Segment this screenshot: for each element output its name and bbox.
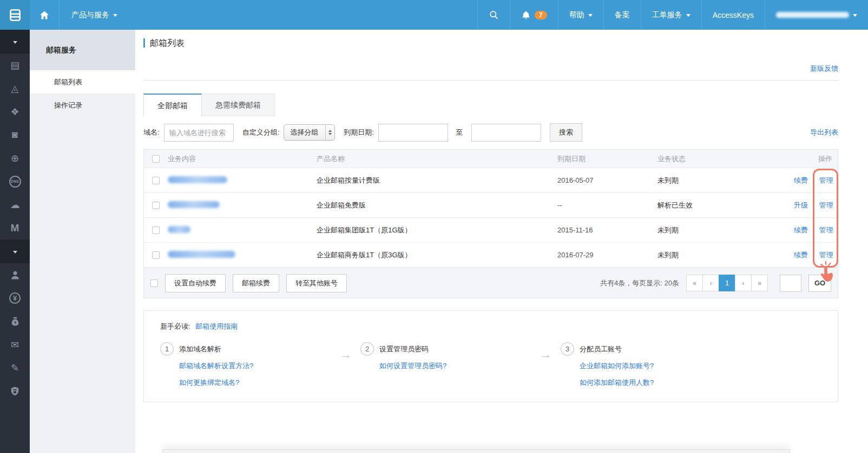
manage-link[interactable]: 管理 [819, 176, 833, 185]
renew-link[interactable]: 续费 [794, 225, 814, 235]
select-all-checkbox[interactable] [152, 155, 160, 163]
status-text: 未到期 [657, 225, 785, 235]
home-icon [39, 10, 50, 21]
share-nodes-icon[interactable]: ❖ [0, 100, 30, 123]
beian-link[interactable]: 备案 [603, 0, 641, 30]
col-business-status: 业务状态 [657, 154, 785, 164]
pager-next-button[interactable]: › [735, 275, 752, 291]
help-label: 帮助 [569, 10, 584, 20]
manage-link[interactable]: 管理 [819, 250, 833, 260]
media-disk-icon[interactable]: ◙ [0, 123, 30, 146]
domain-redacted[interactable] [168, 251, 235, 258]
export-list-link[interactable]: 导出列表 [810, 128, 838, 137]
search-submit-button[interactable]: 搜索 [550, 123, 582, 142]
dns-setup-help-link[interactable]: 邮箱域名解析设置方法? [179, 361, 253, 371]
upgrade-link[interactable]: 升级 [794, 201, 814, 210]
go-button[interactable]: GO [808, 275, 831, 292]
to-label: 至 [456, 128, 463, 137]
home-button[interactable] [30, 0, 60, 30]
pager-prev-button[interactable]: ‹ [702, 275, 719, 291]
expire-end-input[interactable] [471, 124, 541, 142]
table-row: 企业邮箱免费版 -- 解析已生效 升级 管理 [144, 193, 838, 218]
product-name: 企业邮箱免费版 [317, 201, 557, 210]
notifications-button[interactable]: 7 [510, 0, 558, 30]
balance-nodes-icon[interactable]: ◬ [0, 77, 30, 100]
row-checkbox[interactable] [152, 177, 160, 184]
domain-search-input[interactable] [164, 124, 234, 142]
main-area: 邮箱列表 新版反馈 全部邮箱 急需续费邮箱 域名: 自定义分组: 选择分组 到期… [135, 30, 868, 453]
add-users-help-link[interactable]: 如何添加邮箱使用人数? [580, 378, 654, 388]
collapse-account-button[interactable] [0, 239, 30, 263]
row-checkbox[interactable] [152, 251, 160, 259]
search-button[interactable] [477, 0, 510, 30]
guide-step-1: 1 添加域名解析 邮箱域名解析设置方法? 如何更换绑定域名? [160, 342, 331, 388]
renew-link[interactable]: 续费 [794, 250, 814, 260]
pager-last-button[interactable]: » [751, 275, 768, 291]
change-domain-help-link[interactable]: 如何更换绑定域名? [179, 378, 253, 388]
col-product-name: 产品名称 [317, 154, 557, 164]
page-jump-input[interactable] [780, 275, 801, 292]
server-icon[interactable]: ▤ [0, 54, 30, 77]
col-expire-date: 到期日期 [557, 154, 657, 164]
account-menu[interactable] [765, 0, 868, 30]
add-account-help-link[interactable]: 企业邮箱如何添加账号? [580, 361, 654, 371]
help-menu[interactable]: 帮助 [558, 0, 603, 30]
mailbox-renew-button[interactable]: 邮箱续费 [233, 274, 279, 292]
tickets-menu[interactable]: 工单服务 [641, 0, 701, 30]
products-services-menu[interactable]: 产品与服务 [60, 0, 129, 30]
row-checkbox[interactable] [152, 226, 160, 234]
domain-redacted[interactable] [168, 226, 190, 233]
mailbox-tabs: 全部邮箱 急需续费邮箱 [143, 94, 838, 116]
tickets-label: 工单服务 [652, 10, 682, 20]
yuan-circle-icon[interactable]: ¥ [0, 287, 30, 310]
transfer-account-button[interactable]: 转至其他账号 [286, 274, 347, 292]
status-text: 解析已生效 [657, 201, 785, 210]
auto-renew-button[interactable]: 设置自动续费 [165, 274, 226, 292]
user-icon[interactable] [0, 263, 30, 287]
usage-guide-link[interactable]: 邮箱使用指南 [195, 322, 238, 330]
tab-all-mailboxes[interactable]: 全部邮箱 [143, 94, 202, 116]
expire-start-input[interactable] [378, 124, 448, 142]
renew-link[interactable]: 续费 [794, 176, 814, 185]
table-row: 企业邮箱按量计费版 2016-05-07 未到期 续费 管理 [144, 168, 838, 193]
shield-icon[interactable] [0, 379, 30, 403]
table-row: 企业邮箱商务版1T（原3G版） 2016-07-29 未到期 续费 管理 [144, 243, 838, 268]
status-text: 未到期 [657, 250, 785, 260]
expire-date: 2015-11-16 [557, 226, 657, 234]
domain-redacted[interactable] [168, 201, 220, 208]
dns-icon[interactable]: DNS [0, 170, 30, 193]
admin-password-help-link[interactable]: 如何设置管理员密码? [379, 361, 446, 371]
group-select[interactable]: 选择分组 [284, 124, 335, 141]
table-row: 企业邮箱集团版1T（原1G版） 2015-11-16 未到期 续费 管理 [144, 218, 838, 243]
accesskeys-label: AccessKeys [713, 11, 754, 19]
sidebar-item-operation-log[interactable]: 操作记录 [30, 94, 135, 117]
accesskeys-link[interactable]: AccessKeys [701, 0, 765, 30]
search-icon [489, 10, 499, 20]
mail-product-icon[interactable]: M [0, 216, 30, 239]
new-version-feedback-link[interactable]: 新版反馈 [810, 64, 838, 74]
account-name-redacted [776, 12, 849, 18]
expire-date: 2016-07-29 [557, 251, 657, 259]
pencil-icon[interactable]: ✎ [0, 356, 30, 379]
storage-cloud-icon[interactable]: ☁ [0, 193, 30, 216]
pager-page-1[interactable]: 1 [719, 275, 735, 291]
svg-text:¥: ¥ [14, 321, 16, 324]
pager-first-button[interactable]: « [686, 275, 703, 291]
select-all-footer-checkbox[interactable] [150, 279, 158, 287]
manage-link[interactable]: 管理 [819, 225, 833, 235]
readme-label: 新手必读: [160, 322, 190, 330]
row-checkbox[interactable] [152, 202, 160, 209]
moneybag-icon[interactable]: ¥ [0, 310, 30, 333]
tab-urgent-renewal[interactable]: 急需续费邮箱 [202, 94, 275, 116]
status-text: 未到期 [657, 176, 785, 185]
aliyun-logo-icon[interactable] [0, 0, 30, 30]
sidebar-item-mailbox-list[interactable]: 邮箱列表 [30, 70, 135, 94]
domain-redacted[interactable] [168, 176, 227, 183]
globe-icon[interactable]: ⊕ [0, 146, 30, 170]
step-number: 2 [360, 342, 374, 356]
chevron-down-icon [588, 14, 593, 19]
manage-link[interactable]: 管理 [819, 201, 833, 210]
guide-step-3: 3 分配员工账号 企业邮箱如何添加账号? 如何添加邮箱使用人数? [561, 342, 731, 388]
collapse-products-button[interactable] [0, 30, 30, 54]
mail-envelope-icon[interactable]: ✉ [0, 333, 30, 356]
